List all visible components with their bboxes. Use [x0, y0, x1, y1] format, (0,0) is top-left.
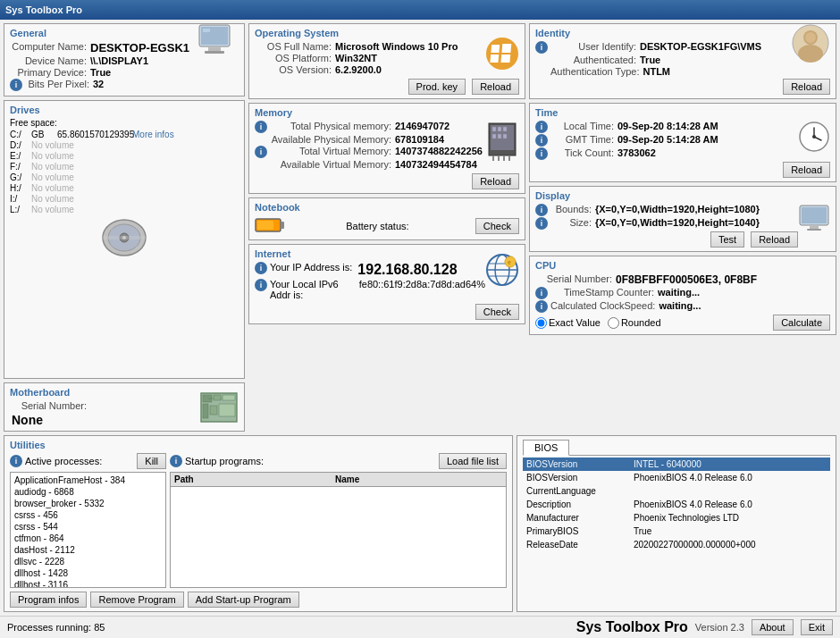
drive-type-c: GB: [31, 130, 54, 139]
bios-row-2[interactable]: CurrentLanguage: [523, 484, 830, 498]
time-reload-button[interactable]: Reload: [783, 162, 830, 178]
notebook-check-button[interactable]: Check: [475, 218, 519, 234]
free-space-label: Free space:: [10, 118, 239, 128]
drive-novolume-h: No volume: [31, 183, 74, 193]
process-list[interactable]: ApplicationFrameHost - 384 audiodg - 686…: [10, 472, 166, 588]
proc-item-7[interactable]: dasHost - 2112: [13, 544, 164, 556]
bios-row-3[interactable]: Description PhoenixBIOS 4.0 Release 6.0: [523, 498, 830, 511]
os-reload-button[interactable]: Reload: [472, 79, 519, 95]
svg-rect-27: [498, 127, 501, 131]
ip-row: i Your IP Address is: 192.168.80.128: [255, 262, 485, 278]
exit-button[interactable]: Exit: [801, 619, 833, 635]
drive-novolume-l: No volume: [31, 205, 74, 214]
avail-virtual-row: Available Virtual Memory: 14073249445478…: [255, 159, 485, 170]
processes-running-label: Processes running:: [7, 622, 91, 633]
proc-item-6[interactable]: ctfmon - 864: [13, 533, 164, 544]
col1: General Computer Name: DESKTOP-EGSK1 Dev…: [4, 23, 245, 432]
computer-name-row: Computer Name: DESKTOP-EGSK1: [10, 41, 196, 55]
svg-rect-13: [223, 395, 235, 400]
proc-item-2[interactable]: audiodg - 6868: [13, 486, 164, 498]
gmt-time-label: GMT Time:: [550, 134, 617, 145]
cpu-serial-label: Serial Number:: [535, 273, 616, 284]
cpu-timestamp-row: i TimeStamp Counter: waiting...: [535, 287, 830, 299]
bios-val-2: [634, 486, 827, 496]
primary-device-row: Primary Device: True: [10, 67, 239, 78]
program-infos-button[interactable]: Program infos: [10, 592, 87, 608]
bios-key-0: BIOSVersion: [526, 459, 634, 469]
rounded-radio[interactable]: [608, 317, 619, 329]
add-startup-button[interactable]: Add Start-up Program: [188, 592, 299, 608]
info-icon-proc: i: [10, 455, 22, 467]
hdd-icon-container: [10, 218, 239, 259]
gmt-time-row: i GMT Time: 09-Sep-20 5:14:28 AM: [535, 134, 798, 147]
cpu-timestamp-label: TimeStamp Counter:: [550, 287, 658, 298]
serial-number-label: Serial Number:: [10, 400, 90, 411]
svg-rect-2: [208, 47, 221, 51]
display-test-button[interactable]: Test: [710, 231, 744, 248]
bios-panel: BIOS BIOSVersion INTEL - 6040000 BIOSVer…: [517, 435, 836, 612]
display-reload-button[interactable]: Reload: [751, 231, 798, 248]
svg-rect-12: [214, 395, 221, 400]
internet-check-button[interactable]: Check: [475, 304, 519, 320]
identity-reload-button[interactable]: Reload: [783, 79, 830, 95]
bios-row-4[interactable]: Manufacturer Phoenix Technologies LTD: [523, 511, 830, 525]
display-panel: Display i Bounds: {X=0,Y=0,Width=1920,He…: [529, 186, 836, 252]
svg-rect-29: [492, 134, 496, 139]
exact-value-radio[interactable]: [535, 317, 547, 329]
startup-col-name-header: Name: [335, 474, 502, 484]
auth-type-label: Authentication Type:: [550, 66, 643, 77]
bios-key-3: Description: [526, 499, 634, 509]
kill-button[interactable]: Kill: [137, 453, 166, 469]
bounds-value: {X=0,Y=0,Width=1920,Height=1080}: [595, 204, 760, 214]
drive-letter-f: F:/: [10, 162, 28, 172]
auth-type-row: Authentication Type: NTLM: [535, 66, 830, 77]
bits-row: i Bits Per Pixel: 32: [10, 79, 239, 91]
bios-tab[interactable]: BIOS: [523, 440, 569, 456]
load-file-list-button[interactable]: Load file list: [439, 453, 507, 469]
proc-item-5[interactable]: csrss - 544: [13, 521, 164, 533]
proc-item-8[interactable]: dllsvc - 2228: [13, 556, 164, 567]
local-time-label: Local Time:: [550, 121, 617, 131]
drive-size-c: 65.8601570129395: [57, 130, 129, 139]
proc-item-9[interactable]: dllhost - 1428: [13, 567, 164, 579]
memory-reload-button[interactable]: Reload: [472, 173, 519, 189]
bios-row-0[interactable]: BIOSVersion INTEL - 6040000: [523, 458, 830, 471]
svg-rect-37: [281, 222, 284, 229]
drive-letter-g: G:/: [10, 172, 28, 182]
proc-item-10[interactable]: dllhost - 3116: [13, 579, 164, 588]
svg-rect-22: [490, 55, 499, 63]
exact-value-radio-label[interactable]: Exact Value: [535, 317, 601, 329]
serial-number-row: Serial Number:: [10, 400, 199, 411]
calculate-button[interactable]: Calculate: [773, 315, 830, 331]
cpu-clock-row: i Calculated ClockSpeed: waiting...: [535, 300, 830, 313]
title-bar: Sys Toolbox Pro: [0, 0, 840, 20]
bios-row-6[interactable]: ReleaseDate 20200227000000.000000+000: [523, 538, 830, 551]
rounded-radio-label[interactable]: Rounded: [608, 317, 661, 329]
svg-rect-35: [508, 155, 510, 161]
drive-more-infos-c[interactable]: More infos: [132, 130, 174, 139]
bios-row-5[interactable]: PrimaryBIOS True: [523, 525, 830, 538]
remove-program-button[interactable]: Remove Program: [90, 592, 183, 608]
motherboard-panel: Motherboard Serial Number: None: [4, 382, 245, 432]
internet-title: Internet: [255, 248, 519, 259]
info-icon-ts: i: [535, 287, 548, 299]
prod-key-button[interactable]: Prod. key: [408, 79, 466, 95]
drive-letter-h: H:/: [10, 183, 28, 193]
startup-table[interactable]: Path Name: [170, 472, 507, 588]
startup-label-row: i Startup programs:: [170, 455, 264, 467]
os-fullname-label: OS Full Name:: [255, 41, 335, 52]
computer-name-value: DESKTOP-EGSK1: [90, 41, 189, 55]
proc-item-1[interactable]: ApplicationFrameHost - 384: [13, 474, 164, 486]
memory-panel: Memory i: [248, 103, 525, 194]
bottom-right: Sys Toolbox Pro Version 2.3 About Exit: [576, 619, 833, 635]
proc-item-3[interactable]: browser_broker - 5332: [13, 498, 164, 509]
proc-item-4[interactable]: csrss - 456: [13, 509, 164, 521]
about-button[interactable]: About: [752, 619, 794, 635]
ram-icon: [485, 116, 519, 163]
col3: Identity i User Identify: DESKTOP-EGSK1F…: [529, 23, 836, 432]
bios-row-1[interactable]: BIOSVersion PhoenixBIOS 4.0 Release 6.0: [523, 471, 830, 484]
drive-letter-i: I:/: [10, 194, 28, 204]
ipv6-value: fe80::61f9:2d8a:7d8d:ad64%: [359, 279, 485, 290]
svg-rect-21: [501, 44, 511, 53]
notebook-title: Notebook: [255, 202, 519, 213]
